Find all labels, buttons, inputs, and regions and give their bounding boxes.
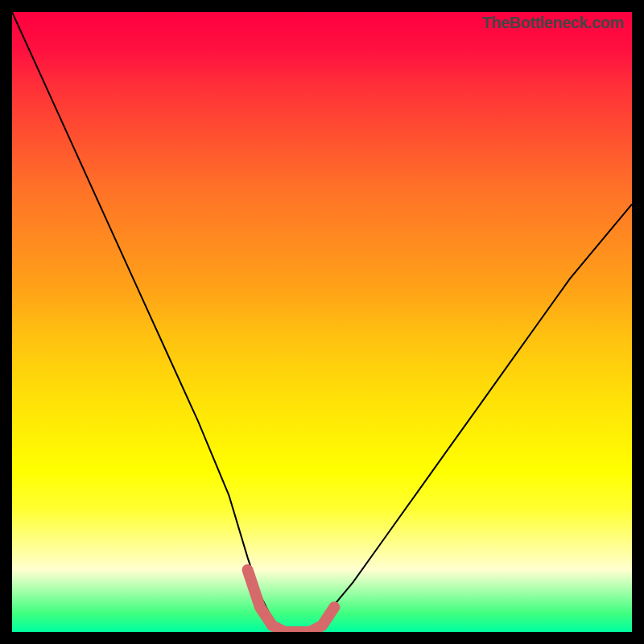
bottleneck-curve	[12, 12, 632, 632]
plot-svg	[12, 12, 632, 632]
optimal-range-highlight	[248, 570, 335, 632]
watermark-text: TheBottleneck.com	[482, 14, 624, 32]
chart-area: TheBottleneck.com	[12, 12, 632, 632]
